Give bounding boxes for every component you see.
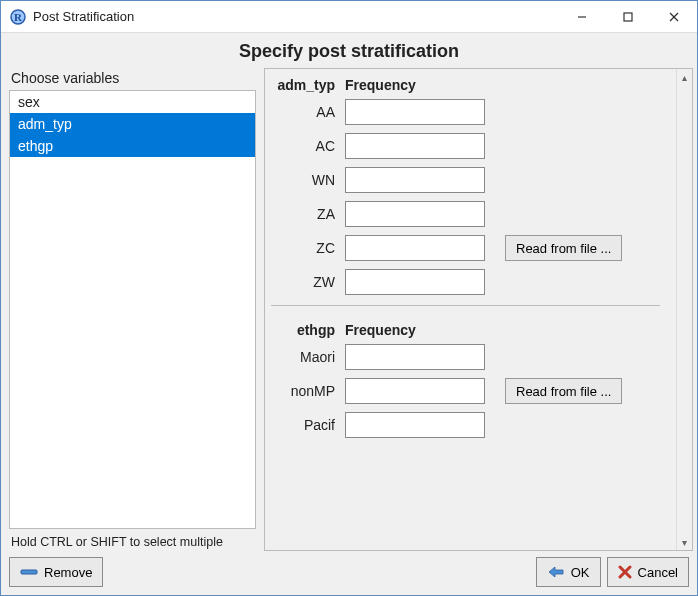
vertical-scrollbar[interactable]: ▴ ▾ [676,69,692,550]
cancel-label: Cancel [638,565,678,580]
level-row: ZW [271,269,660,295]
level-row: AC [271,133,660,159]
arrow-left-icon [547,565,565,579]
svg-rect-6 [21,570,37,574]
level-row: Pacif [271,412,660,438]
strat-group: adm_typFrequencyAAACWNZAZCRead from file… [271,75,660,295]
level-row: AA [271,99,660,125]
frequency-input[interactable] [345,235,485,261]
strat-group: ethgpFrequencyMaorinonMPRead from file .… [271,320,660,438]
multiselect-hint: Hold CTRL or SHIFT to select multiple [5,529,260,551]
level-row: Maori [271,344,660,370]
window-title: Post Stratification [33,9,134,24]
app-window: R Post Stratification Specify post strat… [0,0,698,596]
content-area: Choose variables sexadm_typethgp Hold CT… [1,68,697,551]
cancel-icon [618,565,632,579]
left-panel: Choose variables sexadm_typethgp Hold CT… [5,68,260,551]
remove-label: Remove [44,565,92,580]
maximize-button[interactable] [605,2,651,32]
level-label: ZC [271,240,335,256]
read-from-file-button[interactable]: Read from file ... [505,378,622,404]
read-from-file-button[interactable]: Read from file ... [505,235,622,261]
level-label: Pacif [271,417,335,433]
ok-button[interactable]: OK [536,557,601,587]
app-icon: R [9,8,27,26]
dialog-body: Specify post stratification Choose varia… [1,33,697,595]
group-var-label: ethgp [271,322,335,338]
titlebar: R Post Stratification [1,1,697,33]
minimize-button[interactable] [559,2,605,32]
right-panel: adm_typFrequencyAAACWNZAZCRead from file… [264,68,693,551]
remove-button[interactable]: Remove [9,557,103,587]
list-item[interactable]: ethgp [10,135,255,157]
close-button[interactable] [651,2,697,32]
choose-variables-label: Choose variables [5,68,260,90]
scroll-up-icon[interactable]: ▴ [677,69,692,85]
svg-rect-3 [624,13,632,21]
svg-text:R: R [14,11,23,23]
variables-listbox[interactable]: sexadm_typethgp [9,90,256,529]
group-divider [271,305,660,306]
frequency-input[interactable] [345,99,485,125]
ok-label: OK [571,565,590,580]
cancel-button[interactable]: Cancel [607,557,689,587]
level-label: AA [271,104,335,120]
frequency-input[interactable] [345,167,485,193]
group-var-label: adm_typ [271,77,335,93]
frequency-header: Frequency [345,322,416,338]
level-label: nonMP [271,383,335,399]
button-bar: Remove OK Cancel [1,551,697,595]
level-label: AC [271,138,335,154]
minus-icon [20,566,38,578]
list-item[interactable]: sex [10,91,255,113]
group-header: adm_typFrequency [271,75,660,99]
frequency-header: Frequency [345,77,416,93]
level-row: ZA [271,201,660,227]
page-title: Specify post stratification [1,33,697,68]
frequency-input[interactable] [345,269,485,295]
stratification-scroll-area: adm_typFrequencyAAACWNZAZCRead from file… [265,69,676,550]
level-label: Maori [271,349,335,365]
level-row: WN [271,167,660,193]
frequency-input[interactable] [345,412,485,438]
level-row: nonMPRead from file ... [271,378,660,404]
frequency-input[interactable] [345,201,485,227]
level-label: WN [271,172,335,188]
frequency-input[interactable] [345,133,485,159]
group-header: ethgpFrequency [271,320,660,344]
list-item[interactable]: adm_typ [10,113,255,135]
frequency-input[interactable] [345,344,485,370]
scroll-down-icon[interactable]: ▾ [677,534,692,550]
level-label: ZW [271,274,335,290]
frequency-input[interactable] [345,378,485,404]
level-label: ZA [271,206,335,222]
level-row: ZCRead from file ... [271,235,660,261]
